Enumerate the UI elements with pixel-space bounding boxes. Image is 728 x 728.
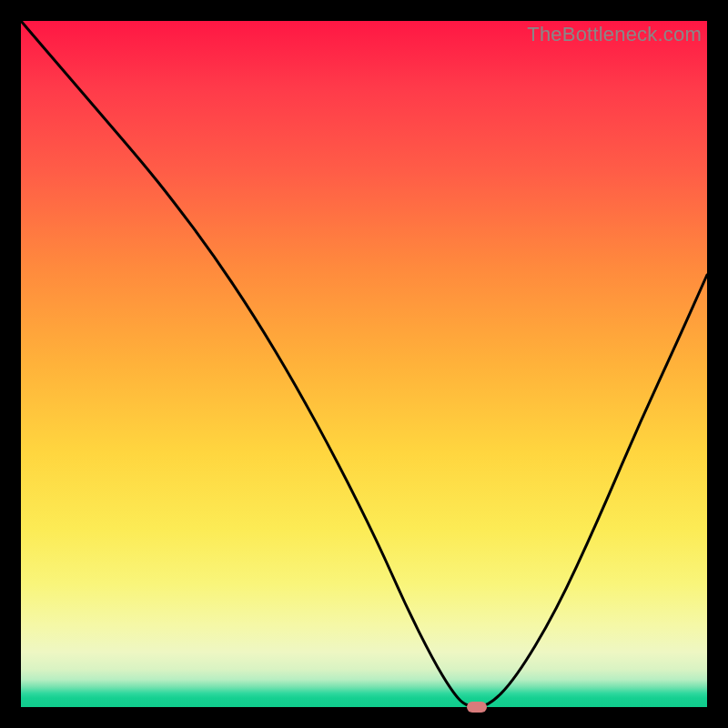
chart-frame: TheBottleneck.com [0, 0, 728, 728]
curve-path [21, 21, 707, 707]
optimum-marker [467, 702, 487, 713]
plot-area: TheBottleneck.com [21, 21, 707, 707]
bottleneck-curve [21, 21, 707, 707]
